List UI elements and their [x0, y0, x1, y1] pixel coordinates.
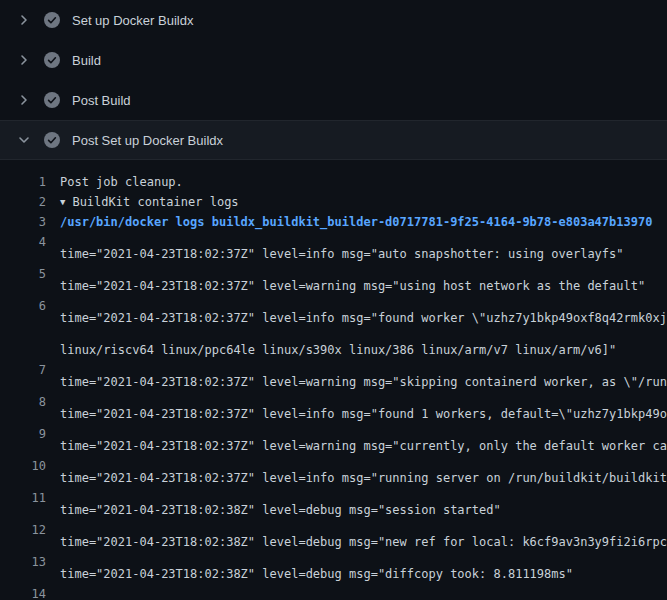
step-row[interactable]: Post Build [0, 80, 667, 120]
log-line: 10time="2021-04-23T18:02:37Z" level=info… [0, 456, 667, 488]
line-number[interactable]: 8 [0, 392, 46, 424]
log-line: 13time="2021-04-23T18:02:38Z" level=debu… [0, 552, 667, 584]
line-number[interactable]: 5 [0, 264, 46, 296]
line-number[interactable]: 2 [0, 192, 46, 212]
chevron-right-icon[interactable] [16, 92, 32, 108]
check-circle-icon [44, 132, 60, 148]
log-text: Post job cleanup. [60, 172, 183, 192]
line-number[interactable]: 6 [0, 296, 46, 328]
log-text: time="2021-04-23T18:02:38Z" level=debug … [60, 488, 501, 520]
line-number[interactable]: 4 [0, 232, 46, 264]
line-number[interactable]: 1 [0, 172, 46, 192]
check-circle-icon [44, 52, 60, 68]
chevron-right-icon[interactable] [16, 12, 32, 28]
log-text: time="2021-04-23T18:02:38Z" level=debug … [60, 584, 667, 600]
log-text: time="2021-04-23T18:02:37Z" level=info m… [60, 392, 667, 424]
log-text: time="2021-04-23T18:02:37Z" level=warnin… [60, 360, 667, 392]
log-text: time="2021-04-23T18:02:37Z" level=info m… [60, 296, 667, 328]
log-line: 12time="2021-04-23T18:02:38Z" level=debu… [0, 520, 667, 552]
log-line: 2▼BuildKit container logs [0, 192, 667, 212]
log-line: 9time="2021-04-23T18:02:37Z" level=warni… [0, 424, 667, 456]
step-label: Set up Docker Buildx [72, 13, 193, 28]
log-text: time="2021-04-23T18:02:37Z" level=info m… [60, 456, 667, 488]
line-number[interactable]: 14 [0, 584, 46, 600]
log-line: 8time="2021-04-23T18:02:37Z" level=info … [0, 392, 667, 424]
line-number[interactable] [0, 328, 46, 360]
log-text: time="2021-04-23T18:02:37Z" level=warnin… [60, 264, 645, 296]
log-text: time="2021-04-23T18:02:37Z" level=info m… [60, 232, 624, 264]
actions-log-viewer: Set up Docker BuildxBuildPost BuildPost … [0, 0, 667, 600]
check-circle-icon [44, 12, 60, 28]
log-text: time="2021-04-23T18:02:38Z" level=debug … [60, 552, 573, 584]
line-number[interactable]: 11 [0, 488, 46, 520]
chevron-right-icon[interactable] [16, 52, 32, 68]
log-line: 1Post job cleanup. [0, 172, 667, 192]
log-text: time="2021-04-23T18:02:38Z" level=debug … [60, 520, 667, 552]
line-number[interactable]: 3 [0, 212, 46, 232]
check-circle-icon [44, 92, 60, 108]
log-text: linux/riscv64 linux/ppc64le linux/s390x … [60, 328, 616, 360]
log-area: 1Post job cleanup.2▼BuildKit container l… [0, 160, 667, 600]
line-number[interactable]: 7 [0, 360, 46, 392]
line-number[interactable]: 12 [0, 520, 46, 552]
log-line: 3/usr/bin/docker logs buildx_buildkit_bu… [0, 212, 667, 232]
log-line: linux/riscv64 linux/ppc64le linux/s390x … [0, 328, 667, 360]
step-label: Post Set up Docker Buildx [72, 133, 223, 148]
steps-list: Set up Docker BuildxBuildPost BuildPost … [0, 0, 667, 160]
line-number[interactable]: 9 [0, 424, 46, 456]
log-line: 7time="2021-04-23T18:02:37Z" level=warni… [0, 360, 667, 392]
log-command-text: /usr/bin/docker logs buildx_buildkit_bui… [60, 212, 652, 232]
log-line: 4time="2021-04-23T18:02:37Z" level=info … [0, 232, 667, 264]
log-group-toggle-icon[interactable]: ▼ [60, 192, 65, 212]
chevron-down-icon[interactable] [16, 132, 32, 148]
log-line: 5time="2021-04-23T18:02:37Z" level=warni… [0, 264, 667, 296]
line-number[interactable]: 13 [0, 552, 46, 584]
log-text: time="2021-04-23T18:02:37Z" level=warnin… [60, 424, 667, 456]
step-label: Post Build [72, 93, 131, 108]
step-label: Build [72, 53, 101, 68]
line-number[interactable]: 10 [0, 456, 46, 488]
step-row[interactable]: Build [0, 40, 667, 80]
log-line: 6time="2021-04-23T18:02:37Z" level=info … [0, 296, 667, 328]
log-text: BuildKit container logs [72, 192, 238, 212]
step-row[interactable]: Post Set up Docker Buildx [0, 120, 667, 160]
log-line: 11time="2021-04-23T18:02:38Z" level=debu… [0, 488, 667, 520]
log-line: 14time="2021-04-23T18:02:38Z" level=debu… [0, 584, 667, 600]
step-row[interactable]: Set up Docker Buildx [0, 0, 667, 40]
